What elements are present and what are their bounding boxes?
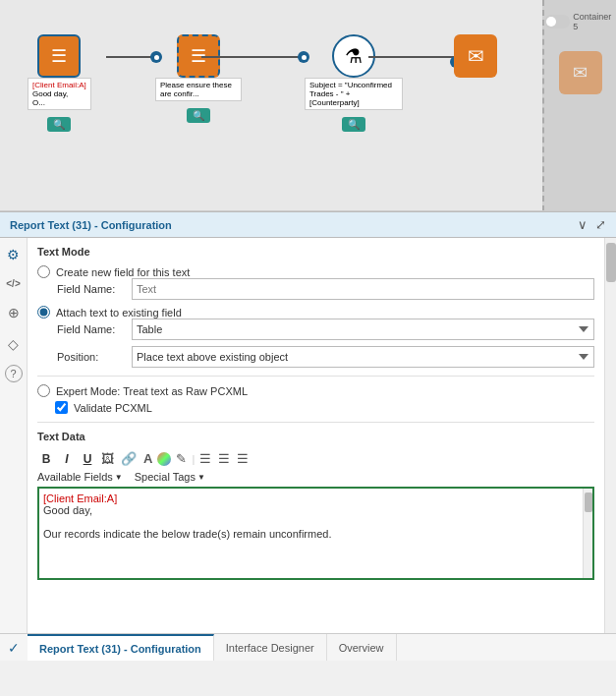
position-row: Position: Place text above existing obje…: [57, 346, 594, 368]
special-tags-label: Special Tags: [135, 471, 196, 483]
font-button[interactable]: A: [141, 450, 154, 467]
editor-line4: Our records indicate the below trade(s) …: [43, 528, 331, 540]
config-title: Report Text (31) - Configuration: [10, 219, 172, 231]
field-name-input-1[interactable]: [132, 278, 594, 300]
text-editor[interactable]: [Client Email:A] Good day, Our records i…: [37, 487, 594, 580]
node-tag-1: [Client Email:A]: [32, 81, 86, 89]
align-left-button[interactable]: ☰: [197, 450, 213, 467]
toolbar-row: B I U 🖼 🔗 A ✎ | ☰ ☰ ☰: [37, 450, 594, 467]
sidebar-icons: ⚙ </> ⊕ ◇ ?: [0, 238, 28, 661]
text-data-section: Text Data B I U 🖼 🔗 A ✎ | ☰ ☰ ☰: [37, 431, 594, 580]
color-button[interactable]: [157, 452, 171, 466]
validate-label: Validate PCXML: [74, 402, 152, 414]
node-email[interactable]: ✉: [454, 34, 497, 78]
field-name-select-2[interactable]: Table: [132, 319, 594, 340]
container-toggle[interactable]: [544, 15, 570, 29]
node-text-box-2: Please ensure these are confir...: [155, 78, 242, 101]
expert-mode-radio[interactable]: [37, 384, 50, 397]
config-header-icons: ∨ ⤢: [578, 217, 606, 232]
scroll-thumb: [606, 243, 616, 282]
link-button[interactable]: 🔗: [119, 450, 139, 467]
italic-button[interactable]: I: [58, 451, 76, 467]
divider-2: [37, 422, 594, 423]
code-icon[interactable]: </>: [3, 275, 23, 292]
available-fields-label: Available Fields: [37, 471, 113, 483]
bold-button[interactable]: B: [37, 451, 55, 467]
node-text-box-3: Subject = "Unconfirmed Trades - " + [Cou…: [305, 78, 403, 110]
config-panel: Report Text (31) - Configuration ∨ ⤢ ⚙ <…: [0, 211, 616, 661]
editor-scroll-thumb: [585, 493, 592, 512]
tab-left-icon[interactable]: ✓: [0, 634, 28, 662]
search-badge-3: 🔍: [342, 117, 365, 132]
node-flask[interactable]: ⚗ Subject = "Unconfirmed Trades - " + [C…: [305, 34, 403, 110]
node-report-text-2[interactable]: ☰ Please ensure these are confir... 🔍: [155, 34, 242, 101]
available-fields-arrow: ▼: [115, 473, 123, 482]
underline-button[interactable]: U: [79, 451, 96, 467]
validate-row: Validate PCXML: [55, 401, 594, 414]
position-label: Position:: [57, 351, 126, 363]
settings-icon[interactable]: ⚙: [4, 244, 23, 265]
tab-config[interactable]: Report Text (31) - Configuration: [28, 634, 214, 661]
expand-icon[interactable]: ⤢: [595, 217, 606, 232]
special-tags-dropdown[interactable]: Special Tags ▼: [135, 471, 205, 483]
special-button[interactable]: ✎: [174, 450, 189, 467]
node-icon-1: ☰: [37, 34, 81, 78]
radio-attach-existing-input[interactable]: [37, 306, 50, 319]
node-text-box-1: [Client Email:A] Good day, O...: [28, 78, 91, 110]
validate-checkbox[interactable]: [55, 401, 68, 414]
radio-attach-existing: Attach text to existing field: [37, 306, 594, 319]
toolbar-sep: |: [192, 453, 195, 465]
search-badge-1: 🔍: [47, 117, 71, 132]
field-name-label-2: Field Name:: [57, 323, 126, 335]
field-name-row-2: Field Name: Table: [57, 319, 594, 340]
search-badge-2: 🔍: [187, 108, 210, 123]
canvas-area: Container 5 ✉ ☰ [Client Email:A] Good da…: [0, 0, 616, 211]
config-header: Report Text (31) - Configuration ∨ ⤢: [0, 212, 616, 238]
connector-3: [368, 56, 457, 58]
editor-content: [Client Email:A] Good day, Our records i…: [43, 493, 588, 540]
globe-icon[interactable]: ⊕: [5, 302, 23, 323]
collapse-icon[interactable]: ∨: [578, 217, 588, 232]
right-panel: Container 5 ✉: [542, 0, 616, 211]
image-button[interactable]: 🖼: [99, 450, 116, 467]
main-scrollbar[interactable]: [604, 238, 616, 661]
position-select[interactable]: Place text above existing object: [132, 346, 594, 368]
text-data-title: Text Data: [37, 431, 594, 442]
divider-1: [37, 376, 594, 377]
editor-scrollbar[interactable]: [583, 489, 592, 578]
align-center-button[interactable]: ☰: [216, 450, 232, 467]
radio-attach-existing-label: Attach text to existing field: [56, 307, 182, 319]
tag-icon[interactable]: ◇: [5, 333, 22, 355]
radio-create-new: Create new field for this text: [37, 265, 594, 278]
email-node-ghost: ✉: [559, 51, 602, 94]
align-right-button[interactable]: ☰: [235, 450, 251, 467]
config-body: ⚙ </> ⊕ ◇ ? Text Mode Create new field f…: [0, 238, 616, 661]
bottom-tabs: ✓ Report Text (31) - Configuration Inter…: [0, 633, 616, 661]
node-report-text-1[interactable]: ☰ [Client Email:A] Good day, O... 🔍: [28, 34, 91, 110]
radio-create-new-input[interactable]: [37, 265, 50, 278]
help-icon[interactable]: ?: [5, 365, 23, 382]
editor-line2: Good day,: [43, 504, 92, 516]
connector-1: [106, 56, 157, 58]
fields-tags-row: Available Fields ▼ Special Tags ▼: [37, 471, 594, 483]
tab-overview[interactable]: Overview: [327, 634, 397, 661]
email-icon: ✉: [454, 34, 497, 78]
available-fields-dropdown[interactable]: Available Fields ▼: [37, 471, 123, 483]
expert-mode-label: Expert Mode: Treat text as Raw PCXML: [56, 385, 248, 397]
editor-tag: [Client Email:A]: [43, 493, 117, 504]
tab-interface-designer[interactable]: Interface Designer: [214, 634, 327, 661]
expert-mode-row: Expert Mode: Treat text as Raw PCXML: [37, 384, 594, 397]
main-content: Text Mode Create new field for this text…: [28, 238, 604, 661]
connector-2: [201, 56, 305, 58]
field-name-label-1: Field Name:: [57, 283, 126, 295]
text-mode-title: Text Mode: [37, 246, 594, 258]
field-name-row-1: Field Name:: [57, 278, 594, 300]
radio-create-new-label: Create new field for this text: [56, 266, 190, 278]
container-label: Container 5: [573, 12, 616, 31]
special-tags-arrow: ▼: [197, 473, 205, 482]
